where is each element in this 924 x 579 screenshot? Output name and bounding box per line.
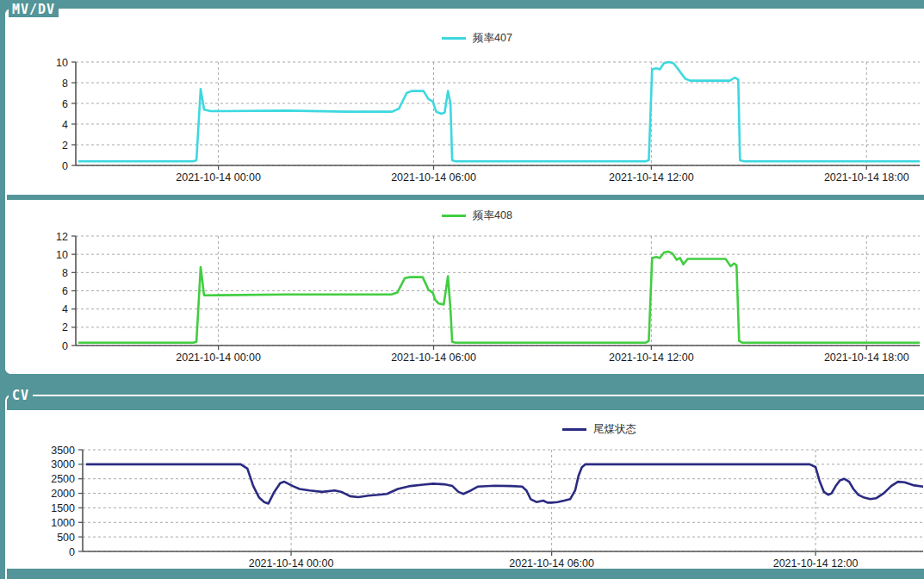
- legend-tailcoal-status: 尾煤状态: [562, 422, 636, 437]
- svg-text:8: 8: [62, 267, 68, 279]
- svg-text:8: 8: [62, 78, 68, 90]
- svg-text:2021-10-14 06:00: 2021-10-14 06:00: [391, 171, 476, 184]
- svg-text:2021-10-14 12:00: 2021-10-14 12:00: [609, 171, 694, 184]
- legend-label: 尾煤状态: [593, 422, 636, 437]
- chart-canvas-freq408: 0246810122021-10-14 00:002021-10-14 06:0…: [7, 200, 920, 372]
- legend-line-icon: [442, 37, 466, 40]
- cv-section: CV 尾煤状态 05001000150020002500300035002021…: [5, 388, 924, 579]
- svg-text:2000: 2000: [51, 488, 75, 500]
- svg-text:2500: 2500: [51, 473, 75, 485]
- chart-tailcoal-status: 尾煤状态 05001000150020002500300035002021-10…: [7, 410, 924, 569]
- cv-section-label: CV: [9, 388, 33, 403]
- svg-text:2021-10-14 12:00: 2021-10-14 12:00: [609, 352, 694, 364]
- svg-text:10: 10: [56, 57, 68, 69]
- svg-text:6: 6: [62, 285, 68, 297]
- svg-text:2021-10-14 00:00: 2021-10-14 00:00: [249, 557, 334, 569]
- svg-text:2021-10-14 06:00: 2021-10-14 06:00: [391, 352, 476, 364]
- svg-text:3000: 3000: [51, 458, 75, 470]
- svg-text:4: 4: [62, 303, 68, 315]
- svg-text:2: 2: [62, 321, 68, 333]
- svg-text:2021-10-14 18:00: 2021-10-14 18:00: [824, 171, 909, 184]
- svg-text:3500: 3500: [51, 445, 75, 457]
- legend-freq407: 频率407: [442, 31, 512, 46]
- svg-text:10: 10: [56, 249, 68, 261]
- legend-freq408: 频率408: [442, 209, 512, 223]
- legend-line-icon: [442, 215, 466, 217]
- mvdv-section-label: MV/DV: [9, 2, 59, 17]
- svg-text:2: 2: [62, 140, 68, 152]
- svg-text:2021-10-14 06:00: 2021-10-14 06:00: [509, 557, 594, 569]
- mvdv-section: MV/DV 频率407 02468102021-10-14 00:002021-…: [5, 2, 924, 374]
- legend-line-icon: [562, 428, 586, 431]
- chart-freq407: 频率407 02468102021-10-14 00:002021-10-14 …: [7, 17, 924, 195]
- chart-freq408: 频率408 0246810122021-10-14 00:002021-10-1…: [7, 200, 924, 372]
- svg-text:2021-10-14 00:00: 2021-10-14 00:00: [176, 352, 261, 364]
- legend-label: 频率408: [473, 209, 512, 223]
- svg-text:500: 500: [57, 532, 75, 544]
- svg-text:1000: 1000: [51, 517, 75, 529]
- svg-text:12: 12: [56, 231, 68, 243]
- svg-text:2021-10-14 18:00: 2021-10-14 18:00: [824, 352, 909, 364]
- svg-text:1500: 1500: [51, 502, 75, 514]
- svg-text:4: 4: [62, 119, 68, 131]
- monitoring-page: { "sections": [ { "label": "MV/DV" }, { …: [0, 0, 924, 579]
- svg-text:0: 0: [62, 340, 68, 352]
- svg-text:2021-10-14 12:00: 2021-10-14 12:00: [773, 557, 859, 569]
- svg-text:0: 0: [69, 546, 75, 558]
- svg-text:6: 6: [62, 98, 68, 110]
- legend-label: 频率407: [473, 31, 512, 46]
- cv-chart-panel: 尾煤状态 05001000150020002500300035002021-10…: [7, 410, 924, 569]
- chart-canvas-tailcoal: 05001000150020002500300035002021-10-14 0…: [7, 410, 923, 569]
- svg-text:0: 0: [62, 160, 68, 172]
- svg-text:2021-10-14 00:00: 2021-10-14 00:00: [176, 171, 261, 184]
